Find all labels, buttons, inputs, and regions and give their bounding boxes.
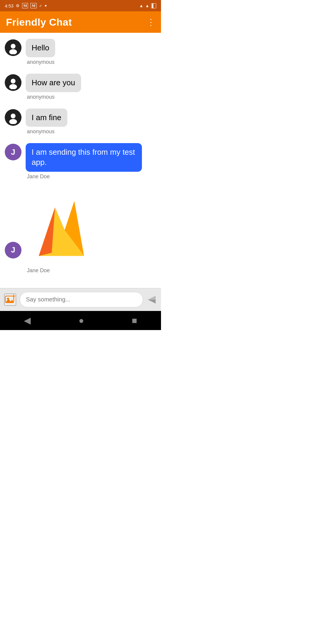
message-sender: Jane Doe xyxy=(27,174,50,180)
app-title: Friendly Chat xyxy=(6,16,72,28)
recents-button[interactable]: ■ xyxy=(132,315,137,326)
dot-icon: • xyxy=(45,3,47,9)
attach-image-button[interactable] xyxy=(4,294,16,306)
status-time: 4:53 xyxy=(5,3,13,8)
svg-point-7 xyxy=(11,114,16,118)
avatar xyxy=(5,109,21,126)
input-bar xyxy=(0,288,161,311)
nav-bar: ◀ ● ■ xyxy=(0,311,161,330)
message-row: Hello anonymous xyxy=(5,39,156,65)
message-body: How are you anonymous xyxy=(26,74,81,100)
home-button[interactable]: ● xyxy=(78,315,84,326)
message-body: I am sending this from my test app. Jane… xyxy=(26,143,142,180)
message-bubble: I am sending this from my test app. xyxy=(26,143,142,172)
settings-icon: ⚙ xyxy=(16,3,20,8)
status-right: ▲ ▲ ▌ xyxy=(139,3,156,8)
message-bubble: I am fine xyxy=(26,109,67,127)
message-sender: anonymous xyxy=(27,59,55,65)
avatar xyxy=(5,74,21,91)
firebase-logo xyxy=(26,188,97,266)
message-row: J I am sending this from my test app. Ja… xyxy=(5,143,156,180)
avatar: J xyxy=(5,144,21,160)
gmail2-icon: M xyxy=(30,3,36,8)
message-bubble: Hello xyxy=(26,39,55,57)
message-body: I am fine anonymous xyxy=(26,109,67,135)
more-menu-button[interactable]: ⋮ xyxy=(147,17,155,27)
status-left: 4:53 ⚙ M M ✓ • xyxy=(5,3,47,9)
battery-icon: ▌ xyxy=(151,3,156,8)
message-body: Jane Doe xyxy=(26,188,97,274)
svg-marker-20 xyxy=(148,300,156,304)
message-row: J Jane Doe xyxy=(5,188,156,274)
check-icon: ✓ xyxy=(39,4,42,8)
signal-icon: ▲ xyxy=(145,3,149,8)
message-row: How are you anonymous xyxy=(5,74,156,100)
chat-content: Hello anonymous How are you anonymous xyxy=(0,33,161,288)
app-bar: Friendly Chat ⋮ xyxy=(0,11,161,33)
back-button[interactable]: ◀ xyxy=(24,315,31,326)
message-body: Hello anonymous xyxy=(26,39,55,65)
avatar xyxy=(5,39,21,56)
wifi-icon: ▲ xyxy=(139,3,143,8)
status-bar: 4:53 ⚙ M M ✓ • ▲ ▲ ▌ xyxy=(0,0,161,11)
svg-point-4 xyxy=(11,79,16,83)
send-button[interactable] xyxy=(147,295,157,305)
message-sender: anonymous xyxy=(27,94,55,100)
message-sender: anonymous xyxy=(27,129,55,135)
avatar: J xyxy=(5,242,21,258)
gmail-icon: M xyxy=(22,3,28,8)
message-sender: Jane Doe xyxy=(27,267,50,274)
message-bubble: How are you xyxy=(26,74,81,92)
svg-point-1 xyxy=(11,44,16,49)
message-input[interactable] xyxy=(20,292,143,307)
message-row: I am fine anonymous xyxy=(5,109,156,135)
svg-marker-16 xyxy=(5,299,14,303)
